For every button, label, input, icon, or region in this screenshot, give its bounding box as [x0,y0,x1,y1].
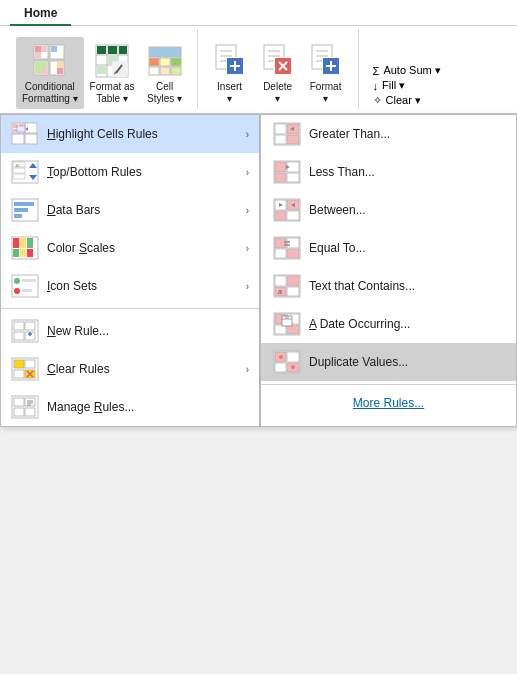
home-tab[interactable]: Home [10,0,71,26]
highlight-cells-item[interactable]: Highlight Cells Rules › [1,115,259,153]
new-rule-label: New Rule... [47,324,249,338]
svg-rect-97 [20,249,26,257]
duplicate-values-label: Duplicate Values... [309,355,504,369]
text-contains-item[interactable]: a Text that Contains... [261,267,516,305]
svg-rect-15 [41,68,47,74]
svg-rect-89 [14,202,34,206]
less-than-item[interactable]: Less Than... [261,153,516,191]
svg-rect-121 [14,408,24,416]
data-bars-icon [11,198,39,222]
text-contains-label: Text that Contains... [309,279,504,293]
format-as-table-button[interactable]: Format asTable ▾ [84,37,141,109]
autosum-label: Auto Sum ▾ [383,64,440,77]
between-item[interactable]: Between... [261,191,516,229]
svg-text:a: a [278,288,282,295]
svg-rect-129 [275,135,286,144]
clear-label: Clear ▾ [386,94,421,107]
top-bottom-item[interactable]: 10 Top/Bottom Rules › [1,153,259,191]
svg-rect-114 [14,370,24,378]
fill-icon: ↓ [373,80,379,92]
cell-styles-icon [147,43,183,79]
svg-rect-12 [35,62,41,68]
dropdown-area: Highlight Cells Rules › 10 Top/Bottom Ru… [0,114,517,427]
svg-rect-38 [160,58,170,66]
delete-label: Delete▾ [263,81,292,105]
more-rules-item[interactable]: More Rules... [261,388,516,418]
autosum-button[interactable]: Σ Auto Sum ▾ [373,64,441,77]
top-bottom-arrow: › [246,167,249,178]
svg-rect-26 [108,46,117,54]
new-rule-item[interactable]: New Rule... [1,312,259,350]
color-scales-icon [11,236,39,260]
svg-rect-112 [14,360,24,368]
manage-rules-label: Manage Rules... [47,400,249,414]
greater-than-icon [273,122,301,146]
color-scales-arrow: › [246,243,249,254]
svg-rect-80 [13,168,25,173]
date-occurring-item[interactable]: A Date Occurring... [261,305,516,343]
svg-rect-96 [13,249,19,257]
svg-rect-169 [287,352,299,362]
format-label: Format▾ [310,81,342,105]
icon-sets-icon [11,274,39,298]
submenu-divider-1 [1,308,259,309]
delete-button[interactable]: Delete▾ [254,37,302,109]
manage-rules-item[interactable]: Manage Rules... [1,388,259,426]
svg-rect-10 [51,52,57,58]
format-button[interactable]: Format▾ [302,37,350,109]
right-submenu: Greater Than... Less Than... [260,114,517,427]
format-as-table-icon [94,43,130,79]
svg-rect-106 [25,322,35,330]
svg-point-173 [291,365,295,369]
svg-rect-40 [149,67,159,75]
clear-button[interactable]: ✧ Clear ▾ [373,94,441,107]
duplicate-values-item[interactable]: Duplicate Values... [261,343,516,381]
svg-rect-36 [149,47,181,57]
ribbon-group-cells: Insert▾ Delete▾ [198,29,359,109]
insert-button[interactable]: Insert▾ [206,37,254,109]
svg-rect-113 [25,360,35,368]
top-bottom-icon: 10 [11,160,39,184]
manage-rules-icon [11,395,39,419]
svg-rect-102 [22,279,36,282]
svg-rect-18 [51,68,57,74]
between-icon [273,198,301,222]
clear-eraser-icon: ✧ [373,94,382,107]
data-bars-item[interactable]: Data Bars › [1,191,259,229]
ribbon-tab-bar: Home [0,0,517,26]
svg-rect-90 [14,208,28,212]
svg-rect-141 [275,211,286,220]
svg-rect-142 [287,211,299,220]
svg-rect-17 [57,62,63,68]
svg-rect-119 [14,398,24,406]
ribbon-group-editing: Σ Auto Sum ▾ ↓ Fill ▾ ✧ Clear ▾ [359,29,455,109]
equal-to-item[interactable]: Equal To... [261,229,516,267]
right-submenu-divider [261,384,516,385]
format-as-table-label: Format asTable ▾ [90,81,135,105]
svg-rect-8 [51,46,57,52]
data-bars-label: Data Bars [47,203,246,217]
svg-rect-122 [25,408,35,416]
ribbon-group-styles: ConditionalFormatting ▾ [8,29,198,109]
new-rule-icon [11,319,39,343]
date-occurring-label: A Date Occurring... [309,317,504,331]
fill-button[interactable]: ↓ Fill ▾ [373,79,441,92]
svg-rect-133 [275,162,286,172]
color-scales-item[interactable]: Color Scales › [1,229,259,267]
conditional-formatting-button[interactable]: ConditionalFormatting ▾ [16,37,84,109]
clear-rules-item[interactable]: Clear Rules › [1,350,259,388]
icon-sets-item[interactable]: Icon Sets › [1,267,259,305]
greater-than-item[interactable]: Greater Than... [261,115,516,153]
cell-styles-label: CellStyles ▾ [147,81,182,105]
clear-rules-label: Clear Rules [47,362,246,376]
svg-rect-41 [160,67,170,75]
less-than-icon [273,160,301,184]
svg-rect-76 [17,126,25,132]
ribbon: ConditionalFormatting ▾ [0,26,517,114]
clear-rules-icon [11,357,39,381]
svg-rect-39 [171,58,181,66]
cell-styles-button[interactable]: CellStyles ▾ [141,37,189,109]
svg-rect-81 [13,174,25,179]
svg-rect-136 [287,173,299,182]
svg-rect-30 [97,66,106,74]
